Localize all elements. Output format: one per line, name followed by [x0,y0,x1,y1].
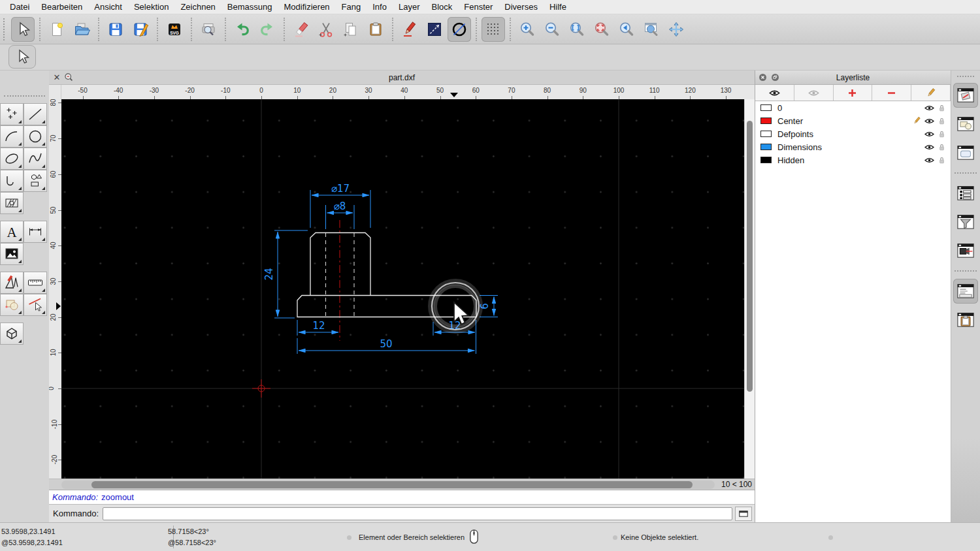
measure-icon [27,274,44,291]
dimension-tool-button[interactable] [24,221,47,243]
edit-layer-button[interactable] [911,85,951,101]
layer-lock-icon[interactable] [937,155,947,165]
zoom-auto-button[interactable] [565,17,589,42]
draw-pencil-button[interactable] [398,17,421,42]
grid-toggle-button[interactable] [482,17,505,42]
hide-all-layers-button[interactable] [794,85,834,101]
open-file-button[interactable] [70,17,93,42]
dock-command-window-button[interactable] [953,279,978,304]
points-tool-button[interactable] [0,103,24,125]
menu-bearbeiten[interactable]: Bearbeiten [35,2,88,12]
tab-close-icon[interactable]: ✕ [52,72,62,82]
layer-visibility-icon[interactable] [924,116,935,127]
dock-clipboard-window-button[interactable] [953,307,978,332]
text-tool-button[interactable]: A [0,221,24,243]
modify-tool-button[interactable] [0,272,24,294]
tab-zoom-icon[interactable] [63,72,74,83]
show-all-layers-button[interactable] [755,85,794,101]
layer-visibility-icon[interactable] [924,142,935,153]
layer-color-swatch [760,144,772,150]
menu-zeichnen[interactable]: Zeichnen [174,2,221,12]
arc-tool-button[interactable] [0,125,24,148]
redo-button[interactable] [255,17,279,42]
zoom-pan-button[interactable] [664,17,688,42]
menu-fang[interactable]: Fang [336,2,367,12]
undo-button[interactable] [231,17,254,42]
layer-row-hidden[interactable]: Hidden [755,153,951,166]
vertical-scrollbar-thumb[interactable] [747,121,753,392]
hatch-tool-button[interactable] [0,192,24,214]
menu-modifizieren[interactable]: Modifizieren [278,2,336,12]
image-tool-button[interactable] [0,243,24,265]
command-detach-button[interactable] [735,507,752,521]
ellipse-tool-button[interactable] [0,148,24,170]
dock-list-button[interactable] [953,181,978,206]
zoom-in-button[interactable] [515,17,539,42]
menu-fenster[interactable]: Fenster [458,2,498,12]
dock-blocks-icon [956,114,975,134]
menu-bemassung[interactable]: Bemassung [221,2,278,12]
menu-datei[interactable]: Datei [4,2,35,12]
layer-lock-icon[interactable] [937,116,947,126]
box3d-tool-button[interactable] [0,323,24,345]
delete-icon [293,21,310,38]
layer-lock-icon[interactable] [937,129,947,139]
line-tool-button[interactable] [24,103,47,125]
layer-row-0[interactable]: 0 [755,101,951,114]
dock-layer-pen-button[interactable] [953,83,978,108]
circle-tool-button[interactable] [24,125,47,148]
menu-selektion[interactable]: Selektion [128,2,174,12]
layer-row-defpoints[interactable]: Defpoints [755,127,951,140]
copy-button[interactable] [339,17,363,42]
add-layer-button[interactable] [834,85,873,101]
dock-library-button[interactable] [953,140,978,165]
current-tool-select-button[interactable] [8,45,36,69]
menu-block[interactable]: Block [425,2,458,12]
deselect-tool-button[interactable] [24,294,47,316]
menu-info[interactable]: Info [367,2,393,12]
menu-diverses[interactable]: Diverses [498,2,544,12]
vertical-scrollbar[interactable] [744,99,755,479]
select-button[interactable] [11,17,35,42]
dock-render-button[interactable] [953,238,978,263]
layer-visibility-icon[interactable] [924,155,935,166]
remove-layer-button[interactable] [872,85,911,101]
polyline-tool-button[interactable] [0,170,24,192]
horizontal-scrollbar[interactable] [61,480,715,489]
print-preview-button[interactable] [197,17,220,42]
menu-hilfe[interactable]: Hilfe [544,2,572,12]
spline-tool-button[interactable] [24,148,47,170]
svg-export-button[interactable]: SVG [163,17,186,42]
paste-button[interactable] [364,17,387,42]
layer-visibility-icon[interactable] [924,102,935,114]
save-button[interactable] [104,17,127,42]
layer-visibility-icon[interactable] [924,129,935,140]
shapes-tool-button[interactable] [24,170,47,192]
circle-tool-button[interactable] [448,17,471,42]
dock-blocks-button[interactable] [953,112,978,136]
measure-tool-button[interactable] [24,272,47,294]
save-as-button[interactable] [129,17,152,42]
layer-name: 0 [777,103,924,113]
zoom-window-button[interactable] [640,17,663,42]
panel-close-icon[interactable] [758,72,768,82]
command-input[interactable] [103,507,732,520]
select-rect-tool-button[interactable] [0,294,24,316]
line-tool-button[interactable] [423,17,446,42]
zoom-out-button[interactable] [540,17,564,42]
panel-float-icon[interactable] [770,72,780,82]
cut-button[interactable] [314,17,338,42]
new-file-button[interactable] [45,17,69,42]
layer-row-center[interactable]: Center [755,114,951,127]
delete-button[interactable] [289,17,313,42]
drawing-canvas[interactable]: ⌀17 ⌀8 24 6 12 12 50 [61,99,744,479]
layer-lock-icon[interactable] [937,103,947,113]
layer-lock-icon[interactable] [937,142,947,152]
layer-row-dimensions[interactable]: Dimensions [755,140,951,153]
menu-ansicht[interactable]: Ansicht [88,2,128,12]
zoom-previous-button[interactable] [615,17,638,42]
menu-layer[interactable]: Layer [393,2,426,12]
horizontal-scrollbar-thumb[interactable] [91,481,693,488]
dock-filter-button[interactable] [953,210,978,234]
zoom-select-button[interactable] [590,17,613,42]
